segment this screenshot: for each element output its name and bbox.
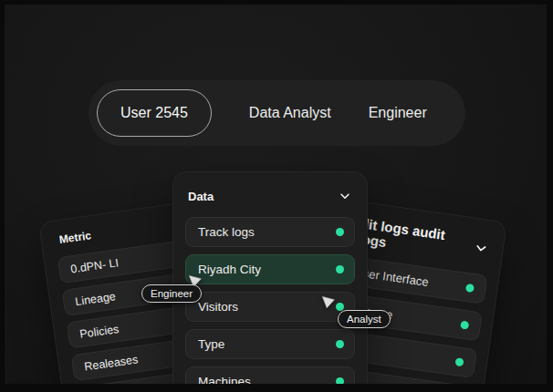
- cursor-label-analyst: Analyst: [338, 310, 391, 328]
- status-dot: [455, 357, 464, 366]
- status-dot: [336, 265, 344, 273]
- metric-card-title: Metric: [58, 229, 92, 246]
- list-item-machines[interactable]: Machines: [185, 366, 355, 392]
- persona-tab-data-analyst[interactable]: Data Analyst: [249, 105, 331, 121]
- list-item-label: Policies: [78, 322, 120, 340]
- audit-logs-card-title: dit logs audit logs: [358, 215, 468, 261]
- status-dot: [460, 320, 469, 329]
- status-dot: [336, 228, 344, 236]
- list-item-label: Visitors: [198, 300, 238, 314]
- chevron-down-icon: [339, 190, 351, 202]
- list-item-riyadh-city[interactable]: Riyadh City: [185, 254, 355, 284]
- list-item-label: Type: [198, 337, 224, 351]
- persona-tab-engineer[interactable]: Engineer: [369, 105, 427, 121]
- cursor-icon: [320, 294, 336, 314]
- status-dot: [465, 283, 475, 292]
- persona-switcher-bar: User 2545 Data Analyst Engineer: [89, 80, 465, 146]
- status-dot: [336, 340, 344, 348]
- list-item-label: Realeases: [84, 353, 139, 373]
- list-item-type[interactable]: Type: [185, 329, 355, 359]
- data-card-header[interactable]: Data: [185, 184, 355, 204]
- list-item-label: Riyadh City: [198, 263, 261, 276]
- status-dot: [336, 377, 344, 386]
- list-item-label: Track logs: [198, 225, 255, 239]
- chevron-down-icon: [474, 240, 489, 255]
- data-card-title: Data: [188, 190, 214, 203]
- cursor-label-engineer: Engineer: [141, 284, 202, 303]
- list-item-label: Machines: [198, 375, 251, 388]
- list-item-track-logs[interactable]: Track logs: [185, 217, 355, 247]
- persona-tab-user-2545[interactable]: User 2545: [97, 89, 212, 137]
- list-item-label: 0.dPN- LI: [69, 256, 119, 275]
- stage: User 2545 Data Analyst Engineer Metric 0…: [0, 0, 553, 392]
- list-item-label: Lineage: [74, 290, 116, 308]
